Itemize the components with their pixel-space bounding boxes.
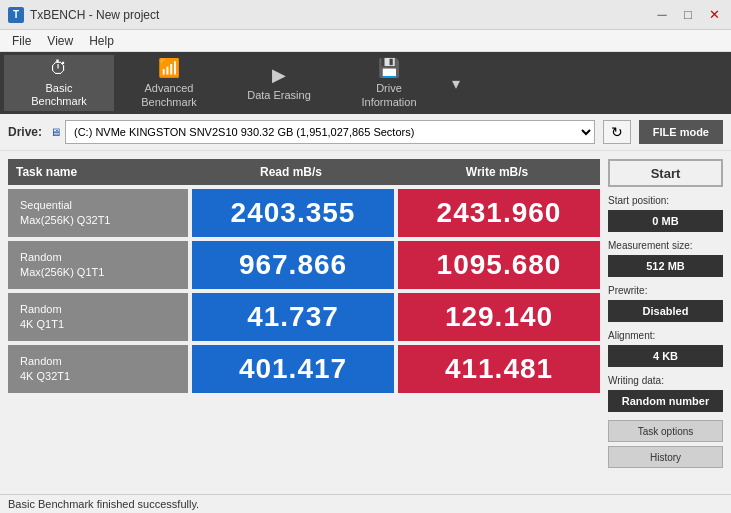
- menu-help[interactable]: Help: [81, 32, 122, 50]
- basic-benchmark-icon: ⏱: [50, 58, 68, 79]
- minimize-button[interactable]: ─: [653, 6, 671, 24]
- main-content: Task name Read mB/s Write mB/s Sequentia…: [0, 151, 731, 476]
- read-cell-3: 41.737: [192, 293, 394, 341]
- writing-data-label: Writing data:: [608, 375, 723, 386]
- read-cell-1: 2403.355: [192, 189, 394, 237]
- read-cell-4: 401.417: [192, 345, 394, 393]
- start-position-value: 0 MB: [608, 210, 723, 232]
- write-cell-1: 2431.960: [398, 189, 600, 237]
- tab-basic-benchmark[interactable]: ⏱ BasicBenchmark: [4, 55, 114, 111]
- read-value-1: 2403.355: [231, 197, 356, 229]
- prewrite-value: Disabled: [608, 300, 723, 322]
- menu-view[interactable]: View: [39, 32, 81, 50]
- write-cell-3: 129.140: [398, 293, 600, 341]
- measurement-size-value: 512 MB: [608, 255, 723, 277]
- app-icon: T: [8, 7, 24, 23]
- maximize-button[interactable]: □: [679, 6, 697, 24]
- tab-advanced-benchmark[interactable]: 📶 AdvancedBenchmark: [114, 55, 224, 111]
- task-options-button[interactable]: Task options: [608, 420, 723, 442]
- write-value-1: 2431.960: [437, 197, 562, 229]
- tab-erasing-label: Data Erasing: [247, 89, 311, 102]
- file-mode-button[interactable]: FILE mode: [639, 120, 723, 144]
- tab-basic-label: BasicBenchmark: [31, 82, 87, 108]
- row-label-3: Random 4K Q1T1: [8, 293, 188, 341]
- advanced-benchmark-icon: 📶: [158, 57, 180, 79]
- row-label-4: Random 4K Q32T1: [8, 345, 188, 393]
- header-write: Write mB/s: [394, 159, 600, 185]
- write-value-2: 1095.680: [437, 249, 562, 281]
- table-row: Sequential Max(256K) Q32T1 2403.355 2431…: [8, 189, 600, 237]
- toolbar: ⏱ BasicBenchmark 📶 AdvancedBenchmark ▶ D…: [0, 52, 731, 114]
- tab-advanced-label: AdvancedBenchmark: [141, 82, 197, 108]
- menu-bar: File View Help: [0, 30, 731, 52]
- tab-drive-label: DriveInformation: [361, 82, 416, 108]
- alignment-label: Alignment:: [608, 330, 723, 341]
- read-cell-2: 967.866: [192, 241, 394, 289]
- benchmark-table: Task name Read mB/s Write mB/s Sequentia…: [8, 159, 600, 468]
- table-row: Random 4K Q1T1 41.737 129.140: [8, 293, 600, 341]
- alignment-value: 4 KB: [608, 345, 723, 367]
- table-row: Random 4K Q32T1 401.417 411.481: [8, 345, 600, 393]
- write-cell-4: 411.481: [398, 345, 600, 393]
- title-bar-left: T TxBENCH - New project: [8, 7, 159, 23]
- write-cell-2: 1095.680: [398, 241, 600, 289]
- drive-type-icon: 🖥: [50, 126, 61, 138]
- title-bar: T TxBENCH - New project ─ □ ✕: [0, 0, 731, 30]
- header-task-name: Task name: [8, 159, 188, 185]
- start-button[interactable]: Start: [608, 159, 723, 187]
- tab-drive-information[interactable]: 💾 DriveInformation: [334, 55, 444, 111]
- data-erasing-icon: ▶: [272, 64, 286, 86]
- drive-refresh-button[interactable]: ↻: [603, 120, 631, 144]
- menu-file[interactable]: File: [4, 32, 39, 50]
- history-button[interactable]: History: [608, 446, 723, 468]
- right-panel: Start Start position: 0 MB Measurement s…: [608, 159, 723, 468]
- measurement-size-label: Measurement size:: [608, 240, 723, 251]
- status-text: Basic Benchmark finished successfully.: [8, 498, 199, 510]
- header-read: Read mB/s: [188, 159, 394, 185]
- drive-information-icon: 💾: [378, 57, 400, 79]
- row-label-2: Random Max(256K) Q1T1: [8, 241, 188, 289]
- title-controls: ─ □ ✕: [653, 6, 723, 24]
- prewrite-label: Prewrite:: [608, 285, 723, 296]
- table-header: Task name Read mB/s Write mB/s: [8, 159, 600, 185]
- toolbar-dropdown-button[interactable]: ▾: [444, 55, 468, 111]
- tab-data-erasing[interactable]: ▶ Data Erasing: [224, 55, 334, 111]
- read-value-3: 41.737: [247, 301, 339, 333]
- close-button[interactable]: ✕: [705, 6, 723, 24]
- drive-select[interactable]: (C:) NVMe KINGSTON SNV2S10 930.32 GB (1,…: [65, 120, 595, 144]
- drive-label: Drive:: [8, 125, 42, 139]
- write-value-4: 411.481: [445, 353, 553, 385]
- read-value-2: 967.866: [239, 249, 347, 281]
- window-title: TxBENCH - New project: [30, 8, 159, 22]
- write-value-3: 129.140: [445, 301, 553, 333]
- table-row: Random Max(256K) Q1T1 967.866 1095.680: [8, 241, 600, 289]
- start-position-label: Start position:: [608, 195, 723, 206]
- status-bar: Basic Benchmark finished successfully.: [0, 494, 731, 513]
- drive-row: Drive: 🖥 (C:) NVMe KINGSTON SNV2S10 930.…: [0, 114, 731, 151]
- row-label-1: Sequential Max(256K) Q32T1: [8, 189, 188, 237]
- read-value-4: 401.417: [239, 353, 347, 385]
- writing-data-value: Random number: [608, 390, 723, 412]
